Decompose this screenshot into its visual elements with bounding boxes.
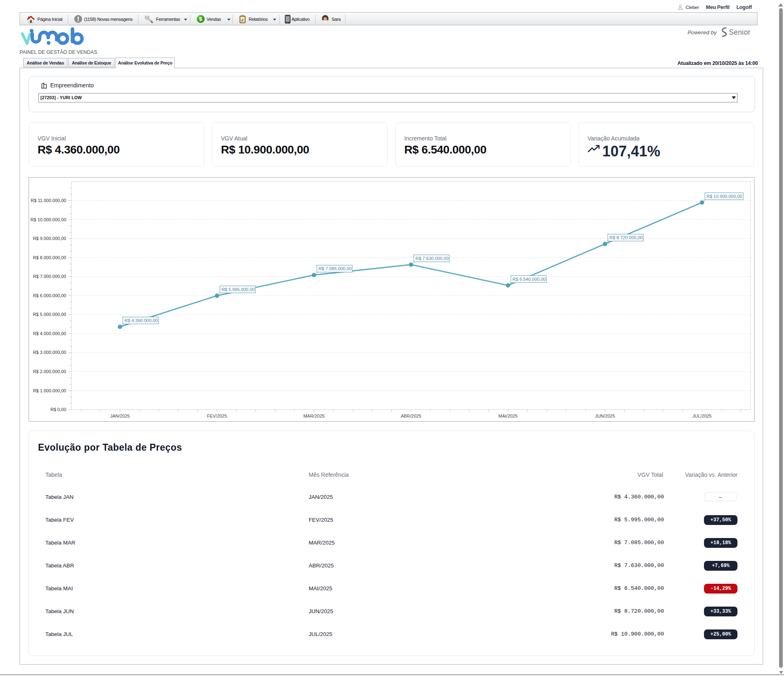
svg-text:R$ 10.900.000,00: R$ 10.900.000,00 — [706, 194, 742, 199]
svg-text:R$ 7.000.000,00: R$ 7.000.000,00 — [33, 274, 66, 279]
svg-text:JUL/2025: JUL/2025 — [693, 414, 712, 418]
svg-text:ABR/2025: ABR/2025 — [401, 414, 421, 418]
svg-text:R$ 5.995.000,00: R$ 5.995.000,00 — [221, 287, 254, 292]
svg-text:R$ 10.000.000,00: R$ 10.000.000,00 — [31, 217, 66, 222]
svg-text:R$ 0,00: R$ 0,00 — [50, 407, 66, 412]
svg-text:R$ 8.000.000,00: R$ 8.000.000,00 — [33, 255, 66, 260]
svg-text:R$ 2.000.000,00: R$ 2.000.000,00 — [33, 369, 66, 374]
svg-text:R$ 5.000.000,00: R$ 5.000.000,00 — [33, 312, 66, 317]
svg-text:R$ 9.000.000,00: R$ 9.000.000,00 — [33, 236, 66, 241]
svg-text:R$ 4.000.000,00: R$ 4.000.000,00 — [33, 331, 66, 336]
svg-text:$: $ — [199, 16, 203, 22]
svg-text:R$ 4.360.000,00: R$ 4.360.000,00 — [125, 318, 158, 323]
svg-text:R$ 7.630.000,00: R$ 7.630.000,00 — [416, 256, 449, 261]
svg-text:FEV/2025: FEV/2025 — [207, 414, 227, 418]
svg-text:R$ 11.000.000,00: R$ 11.000.000,00 — [31, 198, 66, 203]
svg-text:JUN/2025: JUN/2025 — [595, 414, 615, 418]
svg-text:MAI/2025: MAI/2025 — [499, 414, 518, 418]
svg-text:R$ 8.720.000,00: R$ 8.720.000,00 — [610, 235, 643, 240]
svg-text:R$ 3.000.000,00: R$ 3.000.000,00 — [33, 350, 66, 355]
svg-text:JAN/2025: JAN/2025 — [110, 414, 130, 418]
svg-text:R$ 6.540.000,00: R$ 6.540.000,00 — [512, 277, 546, 282]
svg-text:R$ 6.000.000,00: R$ 6.000.000,00 — [33, 293, 66, 298]
svg-text:R$ 1.000.000,00: R$ 1.000.000,00 — [33, 388, 66, 393]
svg-text:R$ 7.085.000,00: R$ 7.085.000,00 — [318, 266, 352, 271]
svg-text:MAR/2025: MAR/2025 — [303, 414, 325, 418]
